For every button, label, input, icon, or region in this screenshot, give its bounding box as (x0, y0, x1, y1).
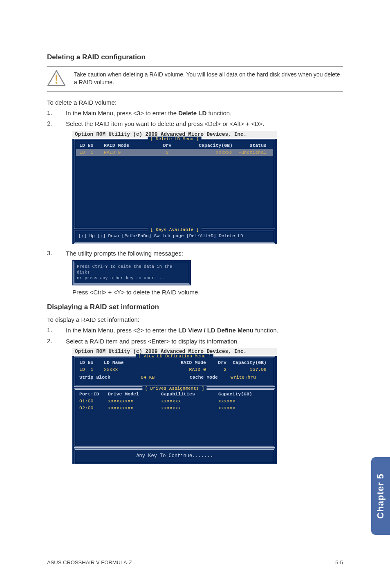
bios1-col-mode: RAID Mode (104, 143, 151, 148)
drives-row-port: 02:00 (79, 405, 108, 411)
step-number: 1. (47, 109, 54, 116)
svg-point-1 (56, 82, 58, 84)
drives-row-model: xxxxxxxxx (108, 405, 161, 411)
bios2-data-row[interactable]: LD 1 xxxxx RAID 0 2 157.99 (75, 366, 274, 373)
drives-row-model: xxxxxxxxx (108, 398, 161, 404)
bios1-col-cap: Capacity(GB) (184, 143, 233, 148)
chapter-tab: Chapter 5 (371, 457, 390, 535)
drives-row-gb: xxxxxx (214, 405, 270, 411)
svg-rect-0 (56, 74, 57, 81)
bios2-strip-val: 64 KB (141, 375, 173, 380)
bios1-row-cap: xxxxxx (184, 150, 233, 155)
bios2-drives-title: [ Drives Assignments ] (142, 386, 206, 391)
bios2-row-drv: 2 (206, 367, 226, 372)
chapter-tab-label: Chapter 5 (375, 474, 386, 518)
drives-row: 02:00 xxxxxxxxx xxxxxxx xxxxxx (75, 404, 274, 411)
bios1-keys-text: [↑] Up [↓] Down [PaUp/PaDn] Switch page … (78, 233, 271, 238)
bios1-menu-title: [ Delete LD Menu ] (148, 137, 202, 141)
step3-text: The utility prompts the following messag… (66, 249, 343, 258)
bios2-strip-label: Strip Block (79, 375, 141, 380)
press-ctrl-y: Press <Ctrl> + <Y> to delete the RAID vo… (72, 289, 343, 296)
prompt-line1: Press Ctrl-Y to delte the data in the di… (77, 264, 186, 275)
prompt-line2: or press any other key to abort... (77, 275, 186, 281)
drives-col-model: Drive Model (108, 391, 161, 397)
bios-delete-screen: [ Delete LD Menu ] LD No RAID Mode Drv C… (72, 139, 277, 244)
display-step1: In the Main Menu, press <2> to enter the… (66, 326, 343, 334)
drives-col-port: Port:ID (79, 391, 108, 397)
bios2-cache-val: WriteThru (231, 375, 256, 380)
bios1-col-drv: Drv (151, 143, 184, 148)
bios2-cache-label: Cache Mode (190, 375, 231, 380)
bios2-menu-title: [ View LD Defination Menu ] (136, 354, 213, 359)
bios2-col-ldno: LD No (79, 360, 104, 365)
drives-row-cap: xxxxxxx (161, 405, 214, 411)
drives-row-gb: xxxxxx (214, 398, 270, 404)
caution-text: Take caution when deleting a RAID volume… (74, 70, 343, 86)
step2-text: Select the RAID item you want to delete … (66, 120, 343, 128)
bios2-row-cap: 157.99 (226, 367, 270, 372)
caution-box: Take caution when deleting a RAID volume… (47, 66, 343, 92)
step-number: 3. (47, 249, 54, 256)
step1-text: In the Main Menu, press <3> to enter the… (66, 109, 343, 117)
step-number: 2. (47, 337, 54, 344)
bios2-row-ldname: xxxxx (104, 367, 169, 372)
drives-row: 01:00 xxxxxxxxx xxxxxxx xxxxxx (75, 397, 274, 404)
bios1-selected-row[interactable]: LD 1 RAID 0 2 xxxxxx Functional (76, 149, 273, 156)
bios1-col-ldno: LD No (79, 143, 104, 148)
drives-col-gb: Capacity(GB) (214, 391, 270, 397)
bios2-col-cap: Capacity(GB) (226, 360, 270, 365)
bios2-anykey: Any Key To Continue....... (74, 449, 275, 464)
display-step2: Select a RAID item and press <Enter> to … (66, 337, 343, 346)
heading-display-raid: Displaying a RAID set information (47, 303, 343, 311)
bios2-row-rmode: RAID 0 (169, 367, 206, 372)
bios-view-screen: [ View LD Defination Menu ] LD No LD Nam… (72, 356, 277, 464)
heading-deleting-raid: Deleting a RAID configuration (47, 53, 343, 61)
bios1-row-mode: RAID 0 (104, 150, 151, 155)
intro-display: To display a RAID set information: (47, 316, 343, 323)
bios1-row-ldno: LD 1 (79, 150, 104, 155)
bios1-row-status: Functional (233, 150, 270, 155)
footer-product: ASUS CROSSHAIR V FORMULA-Z (47, 559, 132, 566)
intro-delete: To delete a RAID volume: (47, 99, 343, 106)
bios2-col-drv: Drv (206, 360, 226, 365)
bios2-row-ldno: LD 1 (79, 367, 104, 372)
drives-row-port: 01:00 (79, 398, 108, 404)
bios1-col-status: Status (233, 143, 270, 148)
bios2-col-rmode: RAID Mode (169, 360, 206, 365)
bios-confirm-prompt: Press Ctrl-Y to delte the data in the di… (72, 260, 191, 286)
bios1-keys-title: [ Keys Available ] (148, 227, 202, 232)
step-number: 1. (47, 326, 54, 333)
step-number: 2. (47, 120, 54, 127)
bios1-row-drv: 2 (151, 150, 184, 155)
bios2-col-ldname: LD Name (104, 360, 169, 365)
drives-row-cap: xxxxxxx (161, 398, 214, 404)
footer-page-number: 5-5 (335, 559, 343, 566)
warning-icon (47, 70, 66, 88)
drives-col-cap: Capabilities (161, 391, 214, 397)
